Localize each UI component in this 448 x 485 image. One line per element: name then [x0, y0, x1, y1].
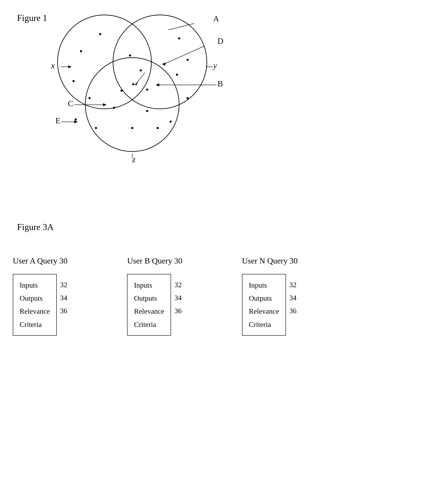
user-n-query-group: User N Query 30 Inputs Outputs Relevance…	[242, 256, 298, 336]
svg-marker-15	[156, 83, 159, 86]
svg-point-24	[99, 33, 101, 35]
user-b-inputs: Inputs	[134, 279, 164, 292]
svg-marker-18	[103, 103, 107, 106]
user-a-query-group: User A Query 30 Inputs Outputs Relevance…	[13, 256, 67, 336]
svg-point-37	[132, 83, 134, 85]
user-a-query-title: User A Query 30	[13, 256, 67, 265]
svg-point-1	[113, 15, 207, 109]
user-b-relevance: Relevance	[134, 305, 164, 318]
user-n-query-box-container: Inputs Outputs Relevance Criteria 32 34 …	[242, 274, 296, 336]
user-n-query-title: User N Query 30	[242, 256, 298, 265]
svg-point-30	[178, 37, 180, 40]
user-n-num-36: 36	[289, 304, 296, 317]
svg-point-33	[187, 97, 189, 99]
user-n-relevance: Relevance	[249, 305, 279, 318]
svg-text:B: B	[217, 79, 223, 88]
svg-point-38	[120, 90, 123, 92]
user-n-criteria: Criteria	[249, 318, 279, 331]
figure1-diagram: x y A D B C E z	[38, 6, 230, 173]
svg-text:z: z	[132, 155, 136, 164]
user-b-num-36: 36	[174, 304, 182, 317]
svg-text:y: y	[212, 61, 217, 70]
svg-point-28	[75, 118, 77, 121]
user-a-num-32: 32	[60, 278, 67, 291]
user-a-criteria: Criteria	[20, 318, 50, 331]
svg-point-32	[176, 74, 178, 76]
page: Figure 1 x y A D B C	[0, 0, 448, 485]
svg-line-9	[168, 24, 194, 30]
user-b-query-box: Inputs Outputs Relevance Criteria	[127, 274, 171, 336]
svg-point-26	[72, 80, 75, 82]
user-b-criteria: Criteria	[134, 318, 164, 331]
user-n-outputs: Outputs	[249, 292, 279, 305]
svg-marker-5	[68, 65, 72, 68]
figure3a-label: Figure 3A	[17, 222, 54, 232]
user-a-num-36: 36	[60, 304, 67, 317]
svg-point-27	[88, 97, 91, 99]
user-b-query-group: User B Query 30 Inputs Outputs Relevance…	[127, 256, 182, 336]
svg-point-41	[146, 110, 148, 112]
user-a-query-numbers: 32 34 36	[60, 274, 67, 318]
user-b-query-box-container: Inputs Outputs Relevance Criteria 32 34 …	[127, 274, 182, 336]
svg-line-11	[164, 46, 205, 64]
user-b-num-34: 34	[174, 291, 182, 304]
user-a-query-box: Inputs Outputs Relevance Criteria	[13, 274, 57, 336]
user-a-outputs: Outputs	[20, 292, 50, 305]
user-a-query-box-container: Inputs Outputs Relevance Criteria 32 34 …	[13, 274, 67, 336]
svg-point-25	[80, 50, 82, 52]
user-b-query-title: User B Query 30	[127, 256, 182, 265]
svg-point-39	[146, 89, 148, 91]
svg-point-0	[57, 15, 152, 109]
user-n-query-box: Inputs Outputs Relevance Criteria	[242, 274, 286, 336]
user-n-query-numbers: 32 34 36	[289, 274, 296, 318]
svg-text:A: A	[213, 14, 219, 23]
svg-marker-21	[74, 120, 78, 123]
user-b-num-32: 32	[174, 278, 182, 291]
user-a-relevance: Relevance	[20, 305, 50, 318]
svg-marker-12	[162, 63, 166, 66]
svg-point-43	[157, 127, 159, 129]
svg-point-40	[113, 107, 115, 109]
user-a-inputs: Inputs	[20, 279, 50, 292]
svg-text:E: E	[56, 116, 60, 125]
user-a-num-34: 34	[60, 291, 67, 304]
svg-point-35	[129, 54, 131, 57]
svg-point-29	[95, 127, 97, 129]
svg-marker-45	[135, 82, 138, 86]
user-b-query-numbers: 32 34 36	[174, 274, 182, 318]
queries-section: User A Query 30 Inputs Outputs Relevance…	[13, 256, 439, 336]
svg-text:D: D	[217, 36, 223, 45]
svg-line-44	[136, 73, 145, 83]
svg-text:C: C	[68, 99, 73, 108]
svg-point-36	[140, 69, 142, 72]
user-n-num-34: 34	[289, 291, 296, 304]
svg-point-31	[187, 59, 189, 61]
svg-point-34	[169, 121, 172, 123]
user-n-inputs: Inputs	[249, 279, 279, 292]
svg-point-42	[131, 127, 133, 129]
svg-text:x: x	[51, 61, 55, 70]
user-b-outputs: Outputs	[134, 292, 164, 305]
user-n-num-32: 32	[289, 278, 296, 291]
